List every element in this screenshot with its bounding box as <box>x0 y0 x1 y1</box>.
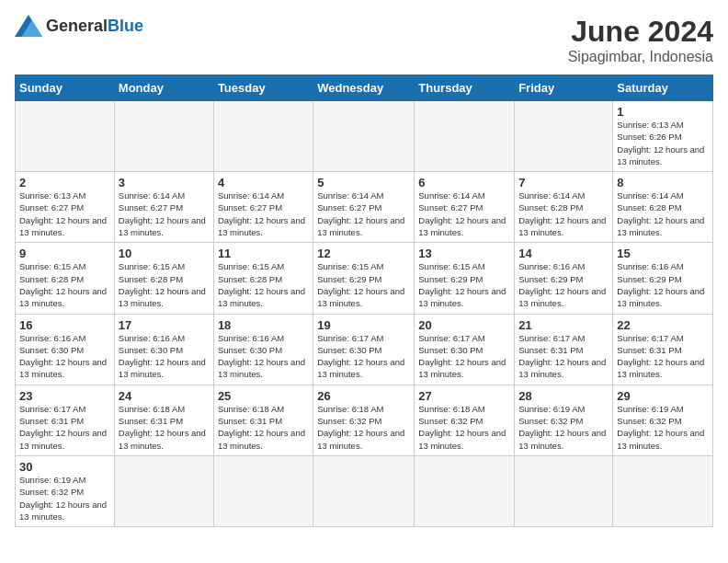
day-info: Sunrise: 6:15 AMSunset: 6:29 PMDaylight:… <box>317 261 404 308</box>
calendar-cell: 26Sunrise: 6:18 AMSunset: 6:32 PMDayligh… <box>313 385 415 455</box>
calendar-header-row: Sunday Monday Tuesday Wednesday Thursday… <box>16 75 713 101</box>
day-info: Sunrise: 6:16 AMSunset: 6:30 PMDaylight:… <box>19 333 107 380</box>
calendar-title: June 2024 <box>568 15 713 49</box>
calendar-cell: 18Sunrise: 6:16 AMSunset: 6:30 PMDayligh… <box>213 314 313 385</box>
day-number: 24 <box>119 389 210 403</box>
day-info: Sunrise: 6:17 AMSunset: 6:30 PMDaylight:… <box>317 333 404 380</box>
calendar-cell: 20Sunrise: 6:17 AMSunset: 6:30 PMDayligh… <box>415 314 515 385</box>
day-info: Sunrise: 6:16 AMSunset: 6:29 PMDaylight:… <box>617 261 704 308</box>
calendar-cell <box>415 101 515 172</box>
calendar-cell <box>16 101 115 172</box>
day-number: 11 <box>218 247 309 260</box>
calendar-cell: 23Sunrise: 6:17 AMSunset: 6:31 PMDayligh… <box>16 385 115 455</box>
calendar-cell: 27Sunrise: 6:18 AMSunset: 6:32 PMDayligh… <box>415 385 515 455</box>
day-number: 21 <box>518 318 609 332</box>
logo-blue: Blue <box>108 17 143 35</box>
col-saturday: Saturday <box>613 75 713 101</box>
calendar-week-row: 23Sunrise: 6:17 AMSunset: 6:31 PMDayligh… <box>16 385 713 455</box>
calendar-cell <box>415 455 515 526</box>
day-info: Sunrise: 6:15 AMSunset: 6:28 PMDaylight:… <box>218 261 305 308</box>
day-info: Sunrise: 6:17 AMSunset: 6:30 PMDaylight:… <box>418 333 506 380</box>
day-info: Sunrise: 6:19 AMSunset: 6:32 PMDaylight:… <box>19 475 107 522</box>
day-info: Sunrise: 6:17 AMSunset: 6:31 PMDaylight:… <box>19 404 107 451</box>
day-info: Sunrise: 6:18 AMSunset: 6:31 PMDaylight:… <box>218 404 305 451</box>
calendar-week-row: 30Sunrise: 6:19 AMSunset: 6:32 PMDayligh… <box>16 455 713 526</box>
calendar-cell: 4Sunrise: 6:14 AMSunset: 6:27 PMDaylight… <box>213 172 313 243</box>
calendar-cell: 2Sunrise: 6:13 AMSunset: 6:27 PMDaylight… <box>16 172 115 243</box>
logo-general: General <box>46 17 108 35</box>
calendar-cell: 17Sunrise: 6:16 AMSunset: 6:30 PMDayligh… <box>114 314 213 385</box>
day-info: Sunrise: 6:19 AMSunset: 6:32 PMDaylight:… <box>518 404 606 451</box>
calendar-cell: 21Sunrise: 6:17 AMSunset: 6:31 PMDayligh… <box>515 314 613 385</box>
calendar-cell <box>114 455 213 526</box>
calendar-cell: 13Sunrise: 6:15 AMSunset: 6:29 PMDayligh… <box>415 243 515 314</box>
day-info: Sunrise: 6:16 AMSunset: 6:29 PMDaylight:… <box>518 261 606 308</box>
calendar-cell <box>613 455 713 526</box>
day-number: 16 <box>19 318 110 332</box>
day-number: 4 <box>218 176 309 190</box>
calendar-cell: 25Sunrise: 6:18 AMSunset: 6:31 PMDayligh… <box>213 385 313 455</box>
day-info: Sunrise: 6:19 AMSunset: 6:32 PMDaylight:… <box>617 404 704 451</box>
calendar-cell: 16Sunrise: 6:16 AMSunset: 6:30 PMDayligh… <box>16 314 115 385</box>
col-tuesday: Tuesday <box>213 75 313 101</box>
day-number: 17 <box>119 318 210 332</box>
day-info: Sunrise: 6:18 AMSunset: 6:32 PMDaylight:… <box>418 404 506 451</box>
calendar-cell: 22Sunrise: 6:17 AMSunset: 6:31 PMDayligh… <box>613 314 713 385</box>
calendar-table: Sunday Monday Tuesday Wednesday Thursday… <box>15 75 713 527</box>
day-number: 8 <box>617 176 709 190</box>
calendar-cell: 10Sunrise: 6:15 AMSunset: 6:28 PMDayligh… <box>114 243 213 314</box>
day-info: Sunrise: 6:13 AMSunset: 6:27 PMDaylight:… <box>19 190 107 237</box>
day-number: 18 <box>218 318 309 332</box>
day-info: Sunrise: 6:14 AMSunset: 6:27 PMDaylight:… <box>218 190 305 237</box>
logo-text: GeneralBlue <box>46 17 143 36</box>
calendar-cell: 6Sunrise: 6:14 AMSunset: 6:27 PMDaylight… <box>415 172 515 243</box>
day-number: 1 <box>617 105 709 119</box>
day-info: Sunrise: 6:16 AMSunset: 6:30 PMDaylight:… <box>218 333 305 380</box>
day-number: 29 <box>617 389 709 403</box>
day-number: 26 <box>317 389 410 403</box>
day-number: 28 <box>518 389 609 403</box>
day-info: Sunrise: 6:18 AMSunset: 6:31 PMDaylight:… <box>119 404 206 451</box>
day-info: Sunrise: 6:14 AMSunset: 6:27 PMDaylight:… <box>119 190 206 237</box>
day-info: Sunrise: 6:14 AMSunset: 6:27 PMDaylight:… <box>317 190 404 237</box>
day-number: 20 <box>418 318 510 332</box>
day-number: 27 <box>418 389 510 403</box>
logo: GeneralBlue <box>15 15 143 37</box>
day-info: Sunrise: 6:15 AMSunset: 6:28 PMDaylight:… <box>19 261 107 308</box>
day-info: Sunrise: 6:15 AMSunset: 6:28 PMDaylight:… <box>119 261 206 308</box>
calendar-week-row: 16Sunrise: 6:16 AMSunset: 6:30 PMDayligh… <box>16 314 713 385</box>
day-info: Sunrise: 6:14 AMSunset: 6:28 PMDaylight:… <box>518 190 606 237</box>
calendar-cell: 28Sunrise: 6:19 AMSunset: 6:32 PMDayligh… <box>515 385 613 455</box>
title-area: June 2024 Sipagimbar, Indonesia <box>568 15 713 65</box>
day-number: 13 <box>418 247 510 260</box>
day-number: 9 <box>19 247 110 260</box>
day-number: 22 <box>617 318 709 332</box>
calendar-cell: 8Sunrise: 6:14 AMSunset: 6:28 PMDaylight… <box>613 172 713 243</box>
day-number: 6 <box>418 176 510 190</box>
day-number: 7 <box>518 176 609 190</box>
calendar-cell: 9Sunrise: 6:15 AMSunset: 6:28 PMDaylight… <box>16 243 115 314</box>
day-number: 12 <box>317 247 410 260</box>
day-info: Sunrise: 6:13 AMSunset: 6:26 PMDaylight:… <box>617 120 704 167</box>
day-info: Sunrise: 6:18 AMSunset: 6:32 PMDaylight:… <box>317 404 404 451</box>
calendar-cell <box>213 455 313 526</box>
calendar-cell: 11Sunrise: 6:15 AMSunset: 6:28 PMDayligh… <box>213 243 313 314</box>
day-info: Sunrise: 6:16 AMSunset: 6:30 PMDaylight:… <box>119 333 206 380</box>
calendar-cell: 5Sunrise: 6:14 AMSunset: 6:27 PMDaylight… <box>313 172 415 243</box>
day-number: 3 <box>119 176 210 190</box>
day-number: 23 <box>19 389 110 403</box>
calendar-week-row: 9Sunrise: 6:15 AMSunset: 6:28 PMDaylight… <box>16 243 713 314</box>
col-wednesday: Wednesday <box>313 75 415 101</box>
col-friday: Friday <box>515 75 613 101</box>
logo-icon <box>15 15 42 37</box>
calendar-cell: 19Sunrise: 6:17 AMSunset: 6:30 PMDayligh… <box>313 314 415 385</box>
calendar-cell <box>114 101 213 172</box>
col-sunday: Sunday <box>16 75 115 101</box>
calendar-cell <box>313 101 415 172</box>
calendar-cell <box>313 455 415 526</box>
calendar-cell: 7Sunrise: 6:14 AMSunset: 6:28 PMDaylight… <box>515 172 613 243</box>
col-monday: Monday <box>114 75 213 101</box>
day-number: 5 <box>317 176 410 190</box>
day-info: Sunrise: 6:14 AMSunset: 6:28 PMDaylight:… <box>617 190 704 237</box>
day-info: Sunrise: 6:14 AMSunset: 6:27 PMDaylight:… <box>418 190 506 237</box>
